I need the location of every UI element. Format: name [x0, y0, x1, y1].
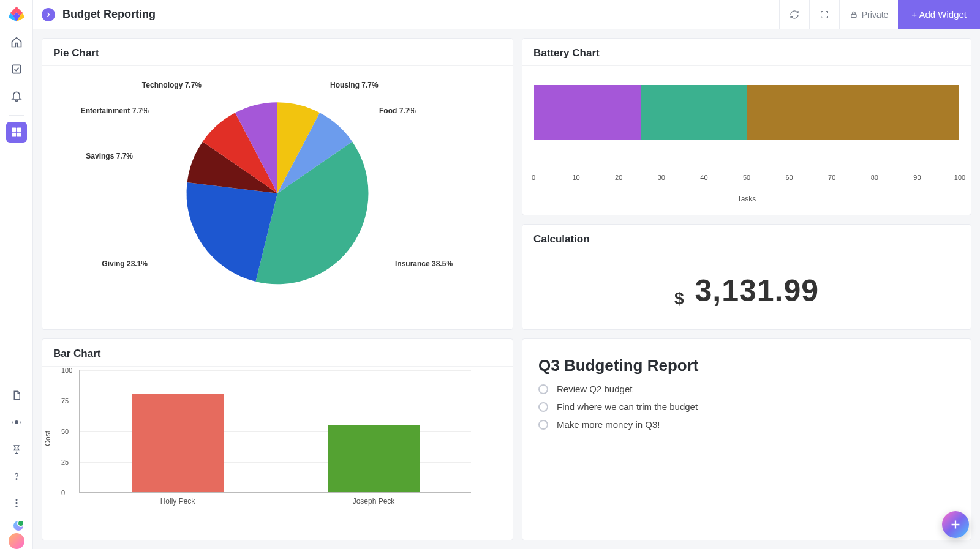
pie-chart-card[interactable]: Pie Chart Housing 7.7%Food 7.7%Insurance…: [42, 38, 513, 330]
bar-xlabel: Joseph Peck: [328, 492, 420, 506]
report-card[interactable]: Q3 Budgeting Report Review Q2 budgetFind…: [522, 338, 971, 540]
status-circle-icon[interactable]: [538, 384, 548, 394]
report-item-label: Review Q2 budget: [557, 384, 632, 394]
battery-tick: 60: [785, 174, 793, 181]
bar-ylabel: Cost: [43, 430, 52, 446]
record-icon[interactable]: [6, 412, 27, 433]
battery-chart: 0102030405060708090100 Tasks: [522, 66, 971, 215]
svg-point-7: [15, 499, 17, 501]
svg-rect-2: [17, 128, 21, 132]
battery-tick: 20: [615, 174, 622, 181]
svg-point-5: [15, 421, 18, 424]
user-avatar-stack[interactable]: [6, 520, 27, 540]
expand-sidebar-button[interactable]: [42, 8, 55, 21]
refresh-button[interactable]: [779, 0, 809, 29]
battery-tick: 40: [700, 174, 707, 181]
battery-tick: 70: [828, 174, 835, 181]
status-circle-icon[interactable]: [538, 402, 548, 412]
top-header: Budget Reporting Private + Add Widget: [33, 0, 980, 29]
battery-xlabel: Tasks: [533, 195, 960, 203]
avatar-secondary: [12, 520, 24, 532]
battery-tick: 90: [913, 174, 921, 181]
card-title: Calculation: [522, 225, 971, 252]
svg-point-6: [16, 479, 17, 480]
card-title: Battery Chart: [522, 39, 971, 66]
currency-symbol: $: [674, 289, 684, 308]
fullscreen-button[interactable]: [809, 0, 839, 29]
card-title: Pie Chart: [42, 39, 513, 66]
svg-rect-1: [12, 128, 16, 132]
battery-tick: 80: [871, 174, 878, 181]
bar-column[interactable]: Holly Peck: [132, 394, 224, 492]
pie-label-housing: Housing 7.7%: [330, 81, 379, 89]
quick-action-fab[interactable]: [942, 511, 969, 538]
notifications-icon[interactable]: [6, 86, 27, 106]
add-widget-button[interactable]: + Add Widget: [898, 0, 980, 29]
pie-label-entertainment: Entertainment 7.7%: [81, 106, 149, 115]
bar-column[interactable]: Joseph Peck: [328, 425, 420, 492]
pie-label-insurance: Insurance 38.5%: [395, 260, 453, 268]
tasks-icon[interactable]: [6, 59, 27, 80]
report-item[interactable]: Make more money in Q3!: [522, 416, 971, 433]
report-title: Q3 Budgeting Report: [522, 339, 971, 380]
pie-label-technology: Technology 7.7%: [142, 81, 202, 89]
report-item[interactable]: Find where we can trim the budget: [522, 398, 971, 416]
help-icon[interactable]: [6, 466, 27, 487]
bar-chart: Cost 0255075100Holly PeckJoseph Peck: [42, 367, 513, 540]
battery-tick: 30: [658, 174, 665, 181]
avatar-primary: [7, 532, 26, 549]
sidebar-divider: [9, 115, 24, 116]
bar-ytick: 25: [61, 458, 69, 466]
left-sidebar: [0, 0, 33, 549]
battery-tick: 50: [743, 174, 750, 181]
battery-tick: 0: [532, 174, 535, 181]
bar-ytick: 50: [61, 428, 69, 435]
svg-rect-10: [851, 14, 856, 17]
dashboards-icon[interactable]: [6, 122, 27, 143]
battery-segment[interactable]: [641, 85, 747, 140]
battery-tick: 100: [954, 174, 965, 181]
docs-icon[interactable]: [6, 385, 27, 406]
bar-ytick: 100: [61, 367, 72, 374]
svg-point-8: [15, 502, 17, 504]
battery-chart-card[interactable]: Battery Chart 0102030405060708090100 Tas…: [522, 38, 971, 215]
home-icon[interactable]: [6, 32, 27, 53]
privacy-button[interactable]: Private: [839, 0, 899, 29]
status-circle-icon[interactable]: [538, 420, 548, 430]
bar-xlabel: Holly Peck: [132, 492, 224, 506]
battery-segment[interactable]: [747, 85, 959, 140]
battery-segment[interactable]: [534, 85, 641, 140]
pie-chart: Housing 7.7%Food 7.7%Insurance 38.5%Givi…: [42, 66, 513, 329]
privacy-label: Private: [862, 10, 889, 20]
battery-tick: 10: [572, 174, 579, 181]
app-logo-icon[interactable]: [7, 5, 26, 23]
add-widget-label: + Add Widget: [911, 9, 967, 20]
dashboard-body: Pie Chart Housing 7.7%Food 7.7%Insurance…: [33, 29, 980, 549]
pie-label-food: Food 7.7%: [379, 106, 416, 115]
goals-icon[interactable]: [6, 439, 27, 460]
calculation-card[interactable]: Calculation $3,131.99: [522, 224, 971, 330]
card-title: Bar Chart: [42, 339, 513, 367]
pie-label-giving: Giving 23.1%: [102, 260, 148, 268]
svg-rect-3: [12, 133, 16, 137]
report-item[interactable]: Review Q2 budget: [522, 380, 971, 398]
svg-point-9: [15, 506, 17, 507]
report-item-label: Find where we can trim the budget: [557, 401, 698, 412]
calculation-value: $3,131.99: [674, 273, 819, 308]
svg-rect-4: [17, 133, 21, 137]
calc-number: 3,131.99: [695, 274, 819, 308]
bar-chart-card[interactable]: Bar Chart Cost 0255075100Holly PeckJosep…: [42, 338, 513, 540]
bar-ytick: 0: [61, 489, 65, 496]
page-title: Budget Reporting: [62, 8, 156, 21]
report-item-label: Make more money in Q3!: [557, 419, 660, 430]
pie-label-savings: Savings 7.7%: [86, 152, 133, 160]
bar-ytick: 75: [61, 397, 69, 405]
report-list: Review Q2 budgetFind where we can trim t…: [522, 380, 971, 433]
svg-rect-0: [12, 65, 20, 73]
more-icon[interactable]: [6, 493, 27, 514]
